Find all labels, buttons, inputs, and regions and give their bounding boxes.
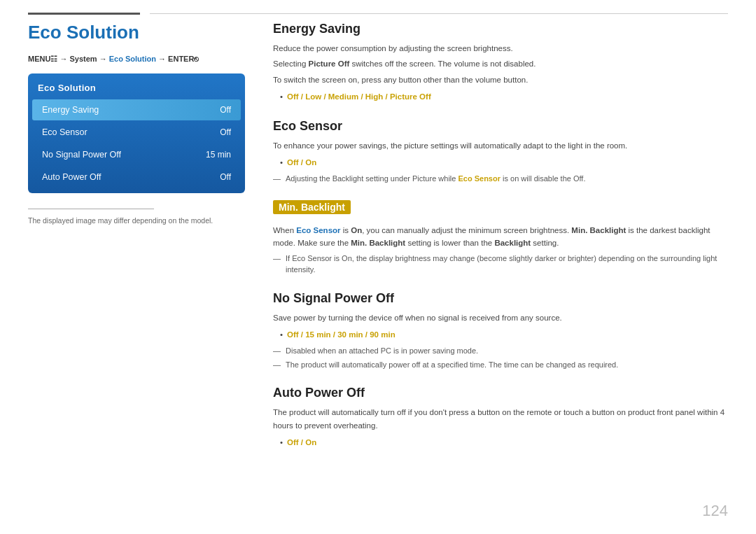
section-title-no-signal: No Signal Power Off <box>273 291 728 306</box>
energy-saving-options: Off / Low / Medium / High / Picture Off <box>280 90 728 103</box>
page-title: Eco Solution <box>28 22 245 43</box>
section-title-min-backlight: Min. Backlight <box>273 200 351 214</box>
main-layout: Eco Solution MENU☷ → System → Eco Soluti… <box>0 22 756 465</box>
section-title-eco-sensor: Eco Sensor <box>273 119 728 134</box>
page-number: 124 <box>702 502 728 520</box>
menu-item-value: Off <box>220 105 231 115</box>
auto-power-off-options: Off / On <box>280 436 728 449</box>
menu-item-label: No Signal Power Off <box>42 150 121 160</box>
top-bar-accent-line <box>28 13 140 15</box>
energy-saving-para-2: Selecting Picture Off switches off the s… <box>273 57 728 70</box>
section-min-backlight: Min. Backlight When Eco Sensor is On, yo… <box>273 200 728 276</box>
eco-sensor-note: Adjusting the Backlight setting under Pi… <box>273 173 728 185</box>
no-signal-note-1: Disabled when an attached PC is in power… <box>273 345 728 357</box>
eco-sensor-para-1: To enhance your power savings, the pictu… <box>273 139 728 152</box>
menu-item-no-signal[interactable]: No Signal Power Off 15 min <box>32 144 241 165</box>
footnote: The displayed image may differ depending… <box>28 216 245 225</box>
energy-saving-para-3: To switch the screen on, press any butto… <box>273 73 728 86</box>
auto-power-off-para-1: The product will automatically turn off … <box>273 406 728 432</box>
menu-item-value: Off <box>220 172 231 182</box>
energy-saving-para-1: Reduce the power consumption by adjustin… <box>273 42 728 55</box>
section-eco-sensor: Eco Sensor To enhance your power savings… <box>273 119 728 185</box>
menu-item-label: Eco Sensor <box>42 127 88 137</box>
top-bar-divider <box>150 13 728 14</box>
no-signal-para-1: Save power by turning the device off whe… <box>273 311 728 324</box>
menu-item-label: Auto Power Off <box>42 172 102 182</box>
menu-box-title: Eco Solution <box>28 78 245 98</box>
menu-item-eco-sensor[interactable]: Eco Sensor Off <box>32 122 241 143</box>
top-bar <box>0 0 756 15</box>
no-signal-options: Off / 15 min / 30 min / 90 min <box>280 328 728 341</box>
menu-item-value: Off <box>220 127 231 137</box>
menu-path: MENU☷ → System → Eco Solution → ENTER⎋ <box>28 55 245 64</box>
section-no-signal: No Signal Power Off Save power by turnin… <box>273 291 728 371</box>
min-backlight-note: If Eco Sensor is On, the display brightn… <box>273 253 728 276</box>
section-title-auto-power-off: Auto Power Off <box>273 386 728 400</box>
min-backlight-para-1: When Eco Sensor is On, you can manually … <box>273 224 728 250</box>
menu-item-value: 15 min <box>206 150 231 160</box>
menu-box: Eco Solution Energy Saving Off Eco Senso… <box>28 73 245 193</box>
section-title-energy-saving: Energy Saving <box>273 22 728 36</box>
menu-path-highlight: Eco Solution <box>109 55 156 63</box>
left-column: Eco Solution MENU☷ → System → Eco Soluti… <box>28 22 245 465</box>
eco-sensor-options: Off / On <box>280 156 728 169</box>
menu-item-label: Energy Saving <box>42 105 99 115</box>
no-signal-note-2: The product will automatically power off… <box>273 359 728 371</box>
right-column: Energy Saving Reduce the power consumpti… <box>273 22 728 465</box>
section-auto-power-off: Auto Power Off The product will automati… <box>273 386 728 449</box>
menu-item-energy-saving[interactable]: Energy Saving Off <box>32 99 241 120</box>
section-energy-saving: Energy Saving Reduce the power consumpti… <box>273 22 728 104</box>
menu-item-auto-power-off[interactable]: Auto Power Off Off <box>32 167 241 188</box>
left-divider <box>28 209 154 209</box>
